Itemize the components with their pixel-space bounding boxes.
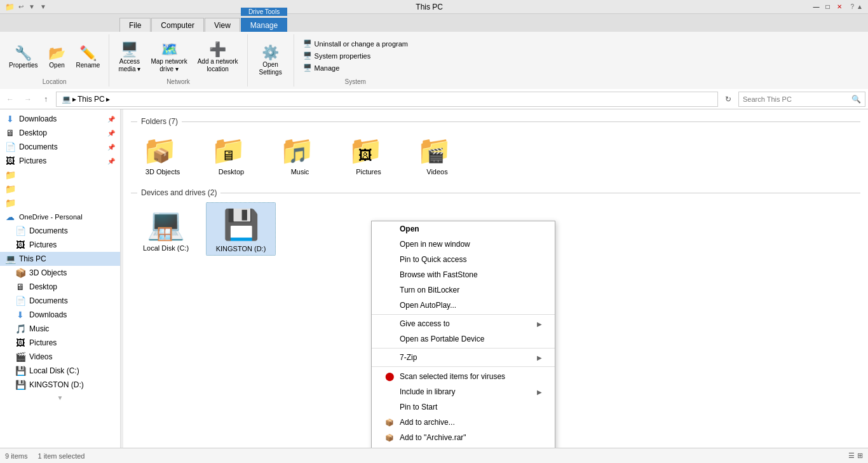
system-properties-button[interactable]: 🖥️ System properties (299, 50, 412, 61)
tab-view[interactable]: View (205, 18, 240, 32)
folder-desktop[interactable]: 📁 🖥 Desktop (200, 131, 263, 178)
ctx-7zip[interactable]: 7-Zip ▶ (372, 350, 555, 365)
ctx-add-archive-rar-icon: 📦 (384, 434, 395, 442)
open-settings-button[interactable]: ⚙️ OpenSettings (253, 43, 288, 79)
status-bar: 9 items 1 item selected ☰ ⊞ (0, 448, 868, 463)
properties-icon: 🔧 (15, 46, 32, 60)
map-network-drive-button[interactable]: 🗺️ Map networkdrive ▾ (147, 40, 191, 76)
settings-icon: ⚙️ (262, 46, 279, 60)
ctx-add-archive[interactable]: 📦 Add to archive... (372, 415, 555, 430)
sidebar-item-pictures2[interactable]: 🖼 Pictures (0, 336, 120, 350)
map-drive-icon: 🗺️ (161, 43, 178, 57)
forward-button[interactable]: → (20, 92, 36, 107)
sidebar-item-documents2[interactable]: 📄 Documents (0, 294, 120, 308)
folders-section-header: Folders (7) (131, 117, 860, 126)
ctx-pin-quick-access[interactable]: Pin to Quick access (372, 252, 555, 267)
address-bar: ← → ↑ 💻 ▸ This PC ▸ ↻ 🔍 (0, 89, 868, 109)
sidebar-item-onedrive[interactable]: ☁ OneDrive - Personal (0, 210, 120, 224)
tab-file[interactable]: File (119, 18, 151, 32)
tab-computer[interactable]: Computer (151, 18, 204, 32)
sidebar-item-music[interactable]: 🎵 Music (0, 322, 120, 336)
close-button[interactable]: ✕ (834, 2, 844, 12)
od-documents-icon: 📄 (15, 226, 25, 236)
title-bar: 📁 ↩ ▼ ▼ This PC — □ ✕ ? ▲ (0, 0, 868, 14)
folder-music-overlay: 🎵 (288, 146, 308, 164)
address-path[interactable]: 💻 ▸ This PC ▸ (56, 92, 718, 107)
sidebar-item-desktop[interactable]: 🖥 Desktop 📌 (0, 126, 120, 140)
up-button[interactable]: ↑ (38, 92, 53, 107)
videos-icon: 🎬 (15, 352, 25, 362)
rename-button[interactable]: ✏️ Rename (72, 44, 104, 72)
folder-videos-overlay: 🎬 (427, 148, 444, 164)
sidebar-item-od-pictures[interactable]: 🖼 Pictures (0, 238, 120, 252)
ctx-scan-icon: ⬤ (384, 371, 395, 381)
path-this-pc: This PC (78, 95, 105, 104)
maximize-button[interactable]: □ (823, 2, 833, 12)
drive-local-disk[interactable]: 💻 🪟 Local Disk (C:) (131, 202, 201, 256)
add-network-location-button[interactable]: ➕ Add a networklocation (194, 40, 242, 76)
help-button[interactable]: ? (851, 3, 855, 10)
ctx-scan-viruses[interactable]: ⬤ Scan selected items for viruses (372, 368, 555, 384)
sidebar-item-videos[interactable]: 🎬 Videos (0, 350, 120, 364)
sidebar-item-3d-objects[interactable]: 📦 3D Objects (0, 266, 120, 280)
kingston-icon: 💾 (15, 380, 25, 390)
sidebar-item-folder3[interactable]: 📁 (0, 196, 120, 210)
ctx-open-autoplay[interactable]: Open AutoPlay... (372, 298, 555, 313)
ctx-browse-faststone[interactable]: Browse with FastStone (372, 267, 555, 282)
folder-music[interactable]: 📁 🎵 Music (268, 131, 332, 178)
ctx-sep3 (372, 366, 555, 367)
sidebar-item-desktop2[interactable]: 🖥 Desktop (0, 280, 120, 294)
path-computer-icon: 💻 (62, 95, 71, 104)
sidebar-item-folder2[interactable]: 📁 (0, 182, 120, 196)
search-input[interactable] (743, 95, 849, 103)
search-box[interactable]: 🔍 (738, 92, 865, 107)
sidebar-item-pictures[interactable]: 🖼 Pictures 📌 (0, 154, 120, 168)
sidebar-item-downloads[interactable]: ⬇ Downloads 📌 (0, 112, 120, 126)
sidebar-item-od-documents[interactable]: 📄 Documents (0, 224, 120, 238)
properties-button[interactable]: 🔧 Properties (5, 44, 42, 72)
tab-manage[interactable]: Manage (241, 18, 287, 32)
sidebar-item-folder1[interactable]: 📁 (0, 168, 120, 182)
uninstall-program-button[interactable]: 🖥️ Uninstall or change a program (299, 38, 412, 49)
sidebar-item-documents[interactable]: 📄 Documents 📌 (0, 140, 120, 154)
ctx-give-access[interactable]: Give access to ▶ (372, 316, 555, 331)
large-icons-view-button[interactable]: ⊞ (857, 452, 863, 460)
quick-access-down[interactable]: ▼ (27, 3, 36, 10)
manage-button[interactable]: 🖥️ Manage (299, 62, 412, 73)
ctx-open-new-window[interactable]: Open in new window (372, 237, 555, 252)
ctx-pin-start[interactable]: Pin to Start (372, 399, 555, 415)
folder-3d-overlay: 📦 (153, 148, 170, 164)
folder-pictures[interactable]: 📁 🖼 Pictures (337, 131, 400, 178)
ctx-open[interactable]: Open (372, 221, 555, 237)
back-button[interactable]: ← (3, 92, 18, 107)
minimize-button[interactable]: — (811, 2, 822, 12)
quick-access-customize[interactable]: ▼ (39, 3, 48, 10)
refresh-button[interactable]: ↻ (721, 92, 736, 107)
ctx-add-archive-rar[interactable]: 📦 Add to "Archive.rar" (372, 430, 555, 445)
status-bar-view-controls: ☰ ⊞ (848, 452, 863, 460)
drive-kingston[interactable]: 💾 KINGSTON (D:) (206, 202, 276, 256)
ctx-sep2 (372, 348, 555, 349)
ctx-sep1 (372, 314, 555, 315)
sidebar-item-kingston[interactable]: 💾 KINGSTON (D:) (0, 378, 120, 392)
ctx-open-portable[interactable]: Open as Portable Device (372, 331, 555, 347)
access-media-button[interactable]: 🖥️ Accessmedia ▾ (114, 40, 144, 76)
pictures2-icon: 🖼 (15, 338, 25, 348)
collapse-ribbon-button[interactable]: ▲ (857, 3, 863, 10)
ctx-compress-email[interactable]: 📦 Compress and email... (372, 445, 555, 448)
quick-access-undo[interactable]: ↩ (17, 3, 25, 10)
ctx-add-archive-icon: 📦 (384, 418, 395, 427)
sidebar-item-local-disk[interactable]: 💾 Local Disk (C:) (0, 364, 120, 378)
details-view-button[interactable]: ☰ (848, 452, 855, 460)
sidebar-item-downloads2[interactable]: ⬇ Downloads (0, 308, 120, 322)
system-props-icon: 🖥️ (303, 52, 312, 60)
folder2-icon: 📁 (5, 184, 15, 194)
sidebar-item-this-pc[interactable]: 💻 This PC (0, 252, 120, 266)
open-button[interactable]: 📂 Open (44, 44, 70, 72)
downloads2-icon: ⬇ (15, 310, 25, 320)
ctx-turn-on-bitlocker[interactable]: Turn on BitLocker (372, 282, 555, 298)
folder-3d-objects[interactable]: 📁 📦 3D Objects (131, 131, 194, 178)
folder-videos[interactable]: 📁 🎬 Videos (405, 131, 469, 178)
ctx-include-library[interactable]: Include in library ▶ (372, 384, 555, 399)
sidebar-scroll-down[interactable]: ▼ (0, 392, 120, 404)
